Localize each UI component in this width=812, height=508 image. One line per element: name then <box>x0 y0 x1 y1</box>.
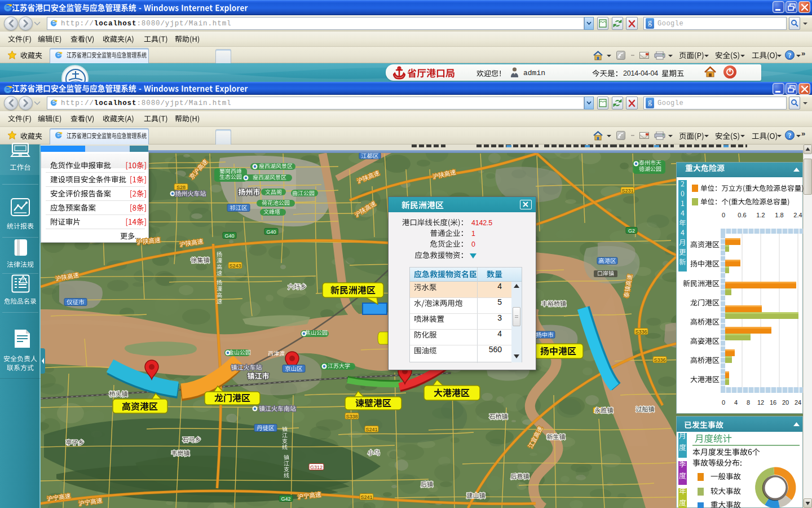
svg-text:G42: G42 <box>281 496 290 502</box>
svg-text:S243: S243 <box>229 263 241 269</box>
svg-text:G312: G312 <box>310 465 323 470</box>
svg-text:S231: S231 <box>621 188 633 194</box>
svg-text:S28: S28 <box>176 185 186 190</box>
svg-text:S241: S241 <box>360 494 372 500</box>
svg-text:G2: G2 <box>628 228 635 234</box>
svg-text:S338: S338 <box>346 414 358 419</box>
svg-text:S241: S241 <box>365 427 377 432</box>
svg-text:S336: S336 <box>654 357 665 363</box>
svg-text:G40: G40 <box>266 229 276 235</box>
svg-text:S336: S336 <box>635 329 647 335</box>
svg-text:G40: G40 <box>224 233 234 239</box>
svg-text:S338: S338 <box>594 408 606 414</box>
